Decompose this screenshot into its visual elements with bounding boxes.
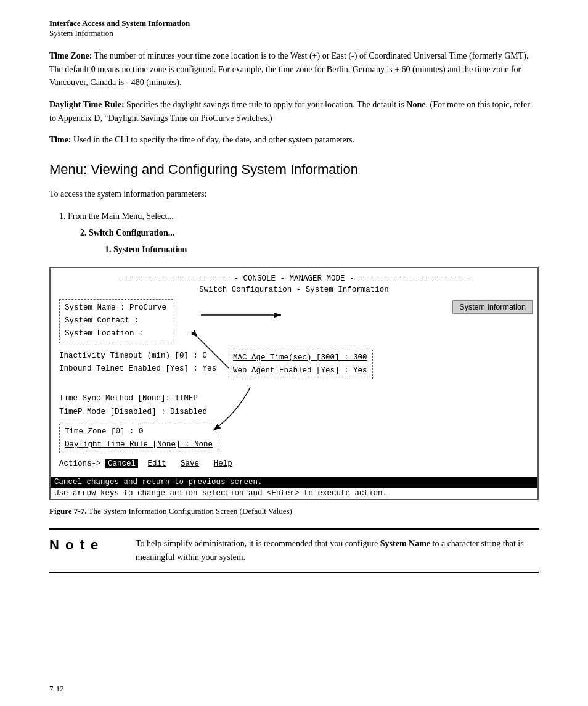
mac-age-container: MAC Age Time(sec) [300] : 300 Web Agent … (229, 350, 373, 380)
console-subheader: Switch Configuration - System Informatio… (59, 285, 529, 294)
timezone-default: 0 (91, 65, 96, 74)
page-number: 7-12 (49, 684, 64, 694)
actions-row: Actions-> Cancel Edit Save Help (59, 459, 529, 468)
timeout-mac-row: Inactivity Timeout (min) [0] : 0 Inbound… (59, 350, 529, 380)
daylight-para: Daylight Time Rule: Specifies the daylig… (49, 98, 539, 125)
system-info-dashed-box: System Name : ProCurve System Contact : … (59, 299, 173, 343)
daylight-rule-row: Daylight Time Rule [None] : None (65, 438, 213, 451)
empty-row (59, 379, 529, 392)
timezone-para: Time Zone: The number of minutes your ti… (49, 49, 539, 89)
step-3: 1. System Information (105, 243, 539, 256)
breadcrumb: Interface Access and System Information … (49, 18, 539, 38)
timezone-text2: means no time zone is configured. For ex… (49, 65, 521, 88)
help-button[interactable]: Help (214, 459, 232, 468)
cancel-button[interactable]: Cancel (105, 459, 138, 468)
note-content: To help simplify administration, it is r… (136, 537, 539, 564)
tz-container: Time Zone [0] : 0 Daylight Time Rule [No… (59, 421, 529, 454)
intro-text: To access the system information paramet… (49, 187, 539, 201)
breadcrumb-bold: Interface Access and System Information (49, 18, 539, 28)
system-contact-row: System Contact : (65, 314, 166, 327)
edit-button[interactable]: Edit (148, 459, 166, 468)
note-box: N o t e To help simplify administration,… (49, 528, 539, 572)
note-text1: To help simplify administration, it is r… (136, 539, 380, 548)
time-sync-row: Time Sync Method [None]: TIMEP (59, 392, 529, 405)
console-screenshot: =========================- CONSOLE - MAN… (49, 267, 539, 501)
save-button[interactable]: Save (181, 459, 199, 468)
tz-dashed-box: Time Zone [0] : 0 Daylight Time Rule [No… (59, 424, 219, 454)
timezone-label: Time Zone: (49, 51, 92, 60)
system-name-row: System Name : ProCurve (65, 302, 166, 314)
time-label: Time: (49, 135, 71, 144)
step-1: From the Main Menu, Select... (68, 210, 539, 223)
note-bold: System Name (380, 539, 430, 548)
mac-age-box: MAC Age Time(sec) [300] : 300 Web Agent … (229, 350, 373, 380)
status-bar-1: Cancel changes and return to previous sc… (51, 477, 537, 488)
daylight-label: Daylight Time Rule: (49, 100, 125, 109)
console-inner: =========================- CONSOLE - MAN… (51, 268, 537, 475)
callout-label: System Information (452, 300, 533, 314)
breadcrumb-sub: System Information (49, 28, 539, 38)
steps-list: From the Main Menu, Select... 2. Switch … (68, 210, 539, 256)
time-text: Used in the CLI to specify the time of d… (71, 135, 355, 144)
daylight-none: None (406, 100, 425, 109)
figure-label: Figure 7-7. (49, 506, 86, 515)
status-bar-2: Use arrow keys to change action selectio… (51, 488, 537, 499)
time-para: Time: Used in the CLI to specify the tim… (49, 133, 539, 147)
note-label: N o t e (49, 537, 136, 564)
daylight-text1: Specifies the daylight savings time rule… (125, 100, 407, 109)
actions-label: Actions-> (59, 459, 101, 468)
tz-row: Time Zone [0] : 0 (65, 425, 213, 438)
timep-mode-row: TimeP Mode [Disabled] : Disabled (59, 406, 529, 419)
arrow-svg (201, 304, 410, 335)
step-2: 2. Switch Configuration... (80, 226, 539, 239)
page: Interface Access and System Information … (0, 0, 588, 706)
figure-caption: Figure 7-7. The System Information Confi… (49, 506, 539, 516)
section-heading: Menu: Viewing and Configuring System Inf… (49, 162, 539, 178)
console-header: =========================- CONSOLE - MAN… (59, 274, 529, 283)
system-location-row: System Location : (65, 327, 166, 340)
mac-age-row: MAC Age Time(sec) [300] : 300 (233, 351, 367, 364)
web-agent-row: Web Agent Enabled [Yes] : Yes (233, 364, 367, 377)
figure-text: The System Information Configuration Scr… (86, 506, 292, 515)
